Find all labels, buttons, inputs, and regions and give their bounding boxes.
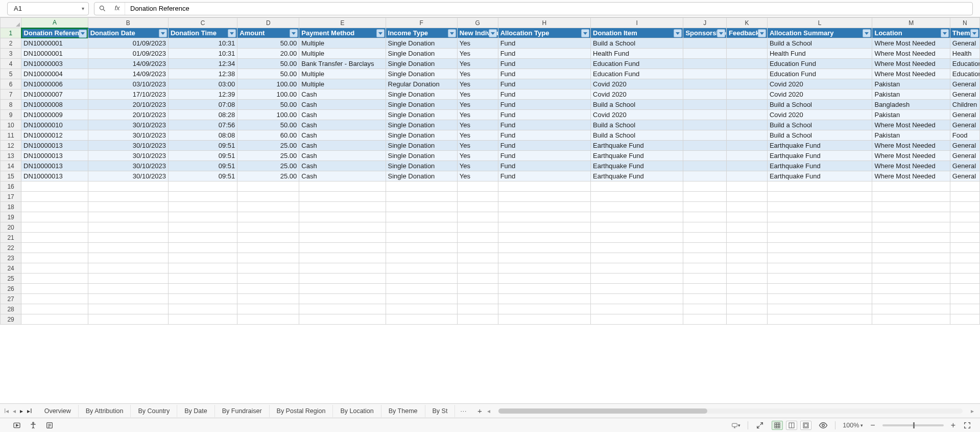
page-break-view-button[interactable] <box>800 421 811 430</box>
empty-cell[interactable] <box>457 181 498 192</box>
table-cell[interactable] <box>683 141 727 151</box>
table-cell[interactable]: Build a School <box>591 100 683 110</box>
table-cell[interactable] <box>683 151 727 161</box>
row-header[interactable]: 2 <box>1 38 21 49</box>
table-cell[interactable]: 60.00 <box>237 130 299 141</box>
empty-cell[interactable] <box>457 222 498 233</box>
table-cell[interactable]: Fund <box>498 100 590 110</box>
row-header[interactable]: 26 <box>1 284 21 294</box>
table-cell[interactable]: Yes <box>457 89 498 100</box>
row-header[interactable]: 12 <box>1 141 21 151</box>
table-cell[interactable]: General <box>950 161 979 171</box>
empty-cell[interactable] <box>386 274 457 284</box>
empty-cell[interactable] <box>168 222 237 233</box>
table-cell[interactable]: Covid 2020 <box>767 110 872 120</box>
empty-cell[interactable] <box>21 274 88 284</box>
column-header-A[interactable]: A <box>21 18 88 28</box>
table-cell[interactable]: Covid 2020 <box>767 89 872 100</box>
sheet-tab[interactable]: Overview <box>37 405 79 417</box>
add-sheet-button[interactable]: + <box>474 405 485 417</box>
row-header[interactable]: 23 <box>1 253 21 263</box>
table-cell[interactable]: DN10000010 <box>21 120 88 130</box>
table-cell[interactable]: Fund <box>498 130 590 141</box>
empty-cell[interactable] <box>299 314 386 325</box>
table-cell[interactable]: Health <box>950 49 979 59</box>
table-cell[interactable]: Where Most Needed <box>872 171 950 181</box>
empty-cell[interactable] <box>299 192 386 202</box>
empty-cell[interactable] <box>591 222 683 233</box>
zoom-slider-knob[interactable] <box>913 422 915 428</box>
row-header[interactable]: 20 <box>1 222 21 233</box>
table-cell[interactable]: Single Donation <box>386 161 457 171</box>
column-header-K[interactable]: K <box>727 18 768 28</box>
empty-cell[interactable] <box>88 314 168 325</box>
row-header[interactable]: 19 <box>1 212 21 222</box>
table-cell[interactable]: Health Fund <box>591 49 683 59</box>
empty-cell[interactable] <box>767 192 872 202</box>
empty-cell[interactable] <box>591 212 683 222</box>
sheet-tab[interactable]: By St <box>425 405 456 417</box>
empty-cell[interactable] <box>683 263 727 274</box>
empty-cell[interactable] <box>727 284 768 294</box>
empty-cell[interactable] <box>683 304 727 314</box>
table-cell[interactable]: Single Donation <box>386 69 457 79</box>
table-cell[interactable]: Cash <box>299 120 386 130</box>
empty-cell[interactable] <box>237 263 299 274</box>
empty-cell[interactable] <box>21 222 88 233</box>
table-cell[interactable]: Bangladesh <box>872 100 950 110</box>
table-cell[interactable]: General <box>950 89 979 100</box>
table-cell[interactable] <box>727 89 768 100</box>
table-header-cell[interactable]: Sponsorship <box>683 28 727 38</box>
empty-cell[interactable] <box>872 192 950 202</box>
table-cell[interactable]: 50.00 <box>237 120 299 130</box>
column-header-C[interactable]: C <box>168 18 237 28</box>
table-cell[interactable] <box>727 59 768 69</box>
formula-input[interactable] <box>125 5 972 12</box>
empty-cell[interactable] <box>872 222 950 233</box>
empty-cell[interactable] <box>88 222 168 233</box>
row-header[interactable]: 28 <box>1 304 21 314</box>
empty-cell[interactable] <box>168 243 237 253</box>
filter-dropdown-icon[interactable] <box>376 29 385 37</box>
empty-cell[interactable] <box>237 233 299 243</box>
table-cell[interactable]: 50.00 <box>237 59 299 69</box>
empty-cell[interactable] <box>168 263 237 274</box>
filter-dropdown-icon[interactable] <box>290 29 298 37</box>
table-cell[interactable]: Earthquake Fund <box>591 151 683 161</box>
horizontal-scrollbar[interactable] <box>498 408 963 414</box>
table-header-cell[interactable]: Donation Time <box>168 28 237 38</box>
empty-cell[interactable] <box>237 294 299 304</box>
empty-cell[interactable] <box>767 202 872 212</box>
table-cell[interactable]: Single Donation <box>386 130 457 141</box>
table-cell[interactable]: 50.00 <box>237 38 299 49</box>
table-cell[interactable]: 30/10/2023 <box>88 120 168 130</box>
empty-cell[interactable] <box>727 304 768 314</box>
empty-cell[interactable] <box>767 304 872 314</box>
filter-dropdown-icon[interactable] <box>758 29 766 37</box>
page-layout-view-button[interactable] <box>786 421 797 430</box>
table-cell[interactable]: 100.00 <box>237 89 299 100</box>
table-cell[interactable] <box>683 130 727 141</box>
table-cell[interactable]: DN10000007 <box>21 89 88 100</box>
empty-cell[interactable] <box>767 243 872 253</box>
empty-cell[interactable] <box>683 253 727 263</box>
empty-cell[interactable] <box>727 243 768 253</box>
empty-cell[interactable] <box>457 294 498 304</box>
empty-cell[interactable] <box>457 284 498 294</box>
empty-cell[interactable] <box>386 253 457 263</box>
table-cell[interactable]: 12:39 <box>168 89 237 100</box>
empty-cell[interactable] <box>457 274 498 284</box>
table-cell[interactable]: 12:38 <box>168 69 237 79</box>
table-cell[interactable]: Single Donation <box>386 110 457 120</box>
table-cell[interactable]: Health Fund <box>767 49 872 59</box>
empty-cell[interactable] <box>21 181 88 192</box>
table-cell[interactable]: DN10000003 <box>21 59 88 69</box>
table-cell[interactable]: Yes <box>457 110 498 120</box>
empty-cell[interactable] <box>591 314 683 325</box>
empty-cell[interactable] <box>168 284 237 294</box>
empty-cell[interactable] <box>591 284 683 294</box>
table-cell[interactable]: Build a School <box>591 120 683 130</box>
table-cell[interactable]: DN10000009 <box>21 110 88 120</box>
table-cell[interactable]: Covid 2020 <box>591 89 683 100</box>
row-header[interactable]: 1 <box>1 28 21 38</box>
